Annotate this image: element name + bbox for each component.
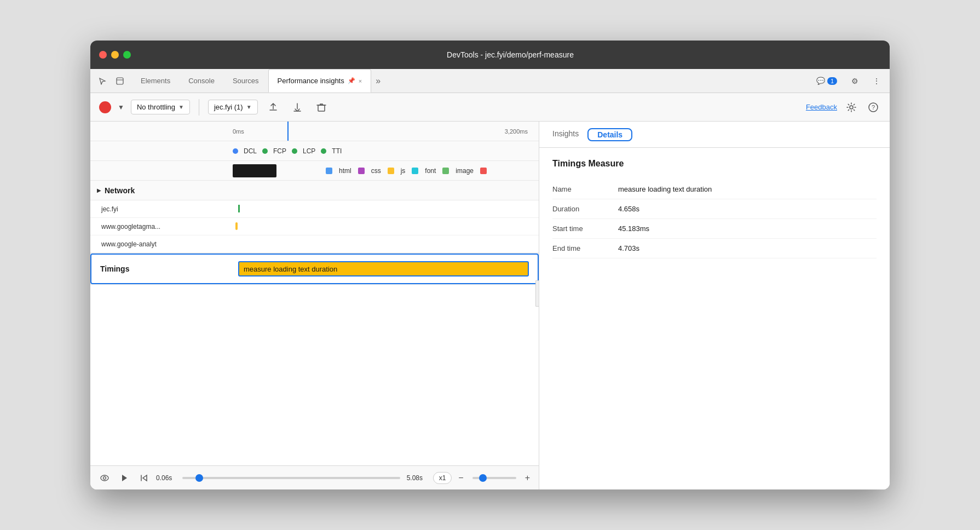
speed-select[interactable]: x1 (433, 472, 452, 484)
close-button[interactable] (99, 51, 107, 59)
url-arrow-icon: ▼ (246, 104, 252, 110)
svg-rect-0 (117, 78, 123, 84)
timeline-scrubber[interactable] (182, 477, 400, 479)
extra-legend-box (480, 168, 487, 174)
details-value-end-time: 4.703s (618, 244, 877, 252)
tab-close-button[interactable]: × (359, 78, 362, 84)
url-select[interactable]: jec.fyi (1) ▼ (208, 100, 258, 114)
details-key-name: Name (552, 185, 618, 193)
zoom-thumb[interactable] (479, 474, 487, 482)
network-row[interactable]: www.google-analyt (90, 235, 539, 253)
font-legend-box (412, 168, 418, 174)
tab-sources[interactable]: Sources (224, 69, 268, 93)
scrubber-thumb[interactable] (195, 474, 203, 482)
devtools-window: DevTools - jec.fyi/demo/perf-measure Ele… (90, 41, 890, 489)
timings-row-outer: Timings measure loading text duration (90, 254, 539, 284)
upload-button[interactable] (264, 99, 282, 116)
cursor-icon[interactable] (95, 73, 110, 89)
details-panel: Timings Measure Name measure loading tex… (539, 148, 890, 489)
delete-button[interactable] (313, 99, 330, 116)
bottom-controls: 0.06s 5.08s x1 − + (90, 465, 539, 489)
network-row-label-3: www.google-analyt (90, 240, 233, 248)
details-value-name: measure loading text duration (618, 185, 877, 193)
dcl-label: DCL (244, 147, 257, 155)
toolbar-help-button[interactable]: ? (866, 100, 881, 115)
svg-text:?: ? (872, 104, 875, 111)
pin-icon: 📌 (348, 77, 355, 84)
toolbar-gear-button[interactable] (844, 100, 859, 115)
html-legend-box (326, 168, 332, 174)
play-button[interactable] (117, 470, 132, 486)
svg-point-3 (850, 106, 853, 109)
minimize-button[interactable] (111, 51, 119, 59)
tab-elements[interactable]: Elements (132, 69, 180, 93)
tab-details-container[interactable]: Details (587, 128, 632, 141)
legend-items: html css js font image (326, 167, 487, 175)
window-title: DevTools - jec.fyi/demo/perf-measure (140, 50, 881, 59)
network-row-label-2: www.googletagma... (90, 223, 233, 231)
legend-row: html css js font image (90, 161, 539, 181)
tab-console[interactable]: Console (180, 69, 224, 93)
toolbar-separator-1 (199, 99, 199, 116)
chat-badge-button[interactable]: 💬 1 (812, 74, 841, 87)
details-value-start-time: 45.183ms (618, 224, 877, 233)
time-start-value: 0.06s (156, 474, 176, 482)
tab-insights[interactable]: Insights (552, 122, 579, 147)
more-tabs-button[interactable]: » (371, 76, 385, 86)
network-label: Network (105, 186, 135, 195)
timings-label: Timings (91, 264, 234, 273)
metrics-pills: DCL FCP LCP TTI (233, 147, 342, 155)
chat-icon: 💬 (816, 77, 825, 85)
maximize-button[interactable] (123, 51, 131, 59)
lcp-dot (292, 148, 297, 154)
zoom-in-button[interactable]: + (523, 473, 532, 483)
throttling-select[interactable]: No throttling ▼ (131, 100, 190, 114)
more-options-button[interactable]: ⋮ (868, 72, 885, 90)
feedback-link[interactable]: Feedback (806, 103, 837, 111)
network-section: ▶ Network jec.fyi www.goog (90, 181, 539, 254)
throttling-arrow-icon: ▼ (178, 104, 184, 110)
collapse-arrow[interactable]: › (535, 280, 539, 307)
tab-details[interactable]: Details (597, 130, 622, 139)
details-value-duration: 4.658s (618, 205, 877, 213)
network-header: ▶ Network (90, 181, 539, 200)
network-row-bar-1 (233, 200, 539, 217)
left-panel: 0ms 3,200ms DCL FCP LCP TTI (90, 122, 539, 489)
traffic-lights (99, 51, 131, 59)
time-end-label: 3,200ms (505, 128, 528, 135)
tab-performance-insights[interactable]: Performance insights 📌 × (268, 69, 372, 93)
skip-back-button[interactable] (136, 470, 152, 486)
timeline-bar (233, 164, 276, 177)
dcl-dot (233, 148, 238, 154)
details-row-name: Name measure loading text duration (552, 180, 877, 199)
dock-icon[interactable] (112, 73, 128, 89)
details-row-end-time: End time 4.703s (552, 239, 877, 258)
timeline-cursor (287, 122, 289, 141)
net-bar-green-1 (238, 205, 240, 212)
record-dropdown-arrow[interactable]: ▼ (118, 103, 124, 111)
eye-button[interactable] (97, 470, 112, 486)
settings-button[interactable]: ⚙ (846, 72, 863, 90)
timeline-ruler: 0ms 3,200ms (233, 122, 539, 141)
details-key-end-time: End time (552, 244, 618, 252)
details-key-duration: Duration (552, 205, 618, 213)
details-key-start-time: Start time (552, 224, 618, 233)
time-end-value: 5.08s (407, 474, 429, 482)
network-row-bar-3 (233, 235, 539, 252)
fcp-dot (262, 148, 268, 154)
net-bar-yellow-2 (235, 222, 238, 230)
details-title: Timings Measure (552, 159, 877, 169)
timings-bar[interactable]: measure loading text duration (238, 261, 529, 276)
record-button[interactable] (99, 101, 111, 113)
zoom-slider[interactable] (472, 477, 516, 479)
network-row[interactable]: www.googletagma... (90, 218, 539, 235)
network-toggle-icon[interactable]: ▶ (97, 187, 101, 193)
network-rows: jec.fyi www.googletagma... (90, 200, 539, 253)
tabs-list: Elements Console Sources Performance ins… (132, 69, 371, 93)
network-row[interactable]: jec.fyi (90, 200, 539, 218)
download-button[interactable] (289, 99, 306, 116)
right-panel: Insights Details Timings Measure Name me… (539, 122, 890, 489)
zoom-out-button[interactable]: − (456, 473, 465, 483)
timeline-area: 0ms 3,200ms DCL FCP LCP TTI (90, 122, 539, 465)
css-legend-label: css (371, 167, 381, 175)
